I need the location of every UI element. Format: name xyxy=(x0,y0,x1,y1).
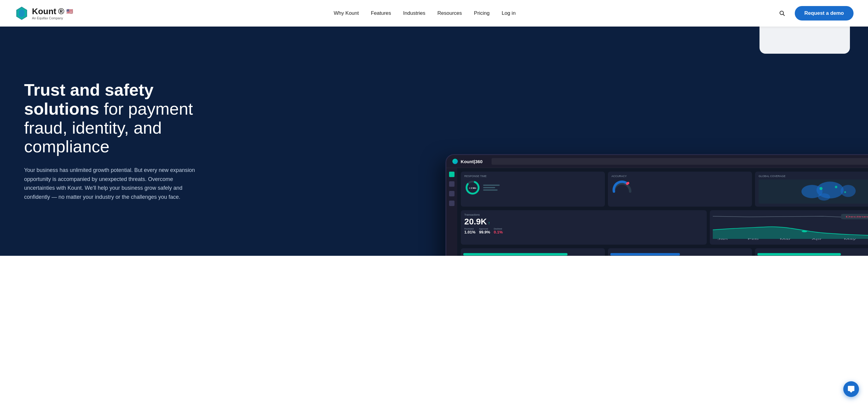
svg-point-12 xyxy=(819,187,823,190)
svg-text:< 2 Min: < 2 Min xyxy=(469,187,476,189)
logo-link[interactable]: Kount® 🇺🇸 An Equifax Company xyxy=(14,6,73,21)
bottom-bar-3 xyxy=(757,253,841,256)
gauge-area xyxy=(612,179,748,193)
stat-declined-value: 0.1% xyxy=(494,230,503,234)
nav-item-why-kount[interactable]: Why Kount xyxy=(334,10,359,16)
transactions-row: Transactions 20.9K ↑ Reviewed 1.01% xyxy=(461,210,868,244)
bottom-card-1 xyxy=(461,248,605,256)
logo-subtitle: An Equifax Company xyxy=(32,16,73,20)
svg-text:Mar: Mar xyxy=(780,238,791,240)
stat-approved-value: 99.9% xyxy=(479,230,490,234)
nav-link-login[interactable]: Log in xyxy=(502,10,516,16)
request-demo-button[interactable]: Request a demo xyxy=(795,6,854,21)
svg-point-15 xyxy=(802,230,807,232)
nav-item-resources[interactable]: Resources xyxy=(437,10,462,16)
metric-card-gauge: Accuracy xyxy=(608,172,752,207)
nav-right: Request a demo xyxy=(777,6,854,21)
stat-approved: Approved 99.9% xyxy=(479,228,490,234)
dashboard-body: Response Time < 2 Min xyxy=(446,168,868,256)
map-area xyxy=(758,179,868,204)
dash-main: Response Time < 2 Min xyxy=(457,168,868,256)
stat-declined: Declined 0.1% xyxy=(494,228,503,234)
stat-declined-label: Declined xyxy=(494,228,503,230)
app-title: Kount|360 xyxy=(461,159,483,164)
hero-section: Trust and safetysolutions for paymentfra… xyxy=(0,27,868,256)
svg-text:Declined: 0.1%: Declined: 0.1% xyxy=(846,216,868,218)
svg-point-10 xyxy=(841,185,856,197)
app-title-kount: Kount xyxy=(461,159,474,164)
metric-card-donut: Response Time < 2 Min xyxy=(461,172,605,207)
hero-headline: Trust and safetysolutions for paymentfra… xyxy=(24,81,427,156)
nav-link-features[interactable]: Features xyxy=(371,10,391,16)
nav-item-features[interactable]: Features xyxy=(371,10,391,16)
trans-label: Transactions xyxy=(464,213,704,216)
bottom-bar-2 xyxy=(610,253,680,256)
svg-point-3 xyxy=(780,11,783,15)
chart-card: Jan Feb Mar Apr May Jun Declined: 0.1% xyxy=(710,210,868,244)
svg-line-4 xyxy=(783,14,784,16)
chart-svg: Jan Feb Mar Apr May Jun Declined: 0.1% xyxy=(713,213,868,240)
stat-approved-label: Approved xyxy=(479,228,490,230)
stats-row: Reviewed 1.01% Approved 99.9% Declined 0… xyxy=(464,228,704,234)
logo-icon xyxy=(14,6,29,21)
metric-donut-title: Response Time xyxy=(464,175,601,178)
svg-text:May: May xyxy=(844,238,856,240)
svg-text:Feb: Feb xyxy=(748,238,759,240)
app-topbar: Kount|360 xyxy=(446,155,868,168)
navbar: Kount® 🇺🇸 An Equifax Company Why Kount F… xyxy=(0,0,868,27)
hero-visual: Kount|360 xyxy=(452,27,868,256)
donut-svg: < 2 Min xyxy=(464,179,481,196)
app-title-360: 360 xyxy=(475,159,483,164)
app-logo-dot xyxy=(453,159,458,164)
svg-point-14 xyxy=(844,191,846,193)
metric-map-title: Global Coverage xyxy=(758,175,868,178)
donut-lines xyxy=(483,184,500,191)
nav-link-resources[interactable]: Resources xyxy=(437,10,462,16)
top-card xyxy=(760,27,850,54)
nav-item-industries[interactable]: Industries xyxy=(403,10,426,16)
tablet-frame: Kount|360 xyxy=(445,154,868,256)
bottom-bar-1 xyxy=(463,253,568,256)
logo-brand-name: Kount xyxy=(32,7,56,16)
svg-point-11 xyxy=(818,193,830,201)
nav-item-login[interactable]: Log in xyxy=(502,10,516,16)
metrics-row: Response Time < 2 Min xyxy=(461,172,868,207)
search-button[interactable] xyxy=(777,8,787,19)
donut-line-2 xyxy=(483,187,495,188)
metric-gauge-title: Accuracy xyxy=(612,175,748,178)
nav-link-why-kount[interactable]: Why Kount xyxy=(334,10,359,16)
stat-reviewed: Reviewed 1.01% xyxy=(464,228,475,234)
bottom-row xyxy=(461,248,868,256)
trans-value: 20.9K xyxy=(464,217,487,227)
svg-text:Apr: Apr xyxy=(812,238,822,240)
donut-line-1 xyxy=(483,184,500,186)
donut-area: < 2 Min xyxy=(464,179,601,196)
nav-link-industries[interactable]: Industries xyxy=(403,10,426,16)
trans-card: Transactions 20.9K ↑ Reviewed 1.01% xyxy=(461,210,707,244)
donut-line-3 xyxy=(483,190,498,191)
logo-text: Kount® 🇺🇸 An Equifax Company xyxy=(32,7,73,20)
hero-body-text: Your business has unlimited growth poten… xyxy=(24,166,205,202)
nav-link-pricing[interactable]: Pricing xyxy=(474,10,490,16)
us-flag-icon: 🇺🇸 xyxy=(66,8,73,15)
bottom-card-2 xyxy=(608,248,752,256)
stat-reviewed-label: Reviewed xyxy=(464,228,475,230)
map-svg xyxy=(758,179,868,204)
hero-content: Trust and safetysolutions for paymentfra… xyxy=(0,27,452,256)
svg-point-13 xyxy=(835,186,837,188)
logo-registered: ® xyxy=(58,7,64,16)
trans-arrow-icon: ↑ xyxy=(488,221,490,225)
bottom-card-3 xyxy=(755,248,868,256)
nav-links: Why Kount Features Industries Resources … xyxy=(334,10,516,16)
svg-text:Jan: Jan xyxy=(717,238,727,240)
svg-marker-2 xyxy=(19,9,25,18)
search-icon xyxy=(779,10,785,17)
metric-card-map: Global Coverage xyxy=(755,172,868,207)
stat-reviewed-value: 1.01% xyxy=(464,230,475,234)
nav-item-pricing[interactable]: Pricing xyxy=(474,10,490,16)
app-search-bar[interactable] xyxy=(492,158,868,165)
gauge-svg xyxy=(612,179,632,193)
